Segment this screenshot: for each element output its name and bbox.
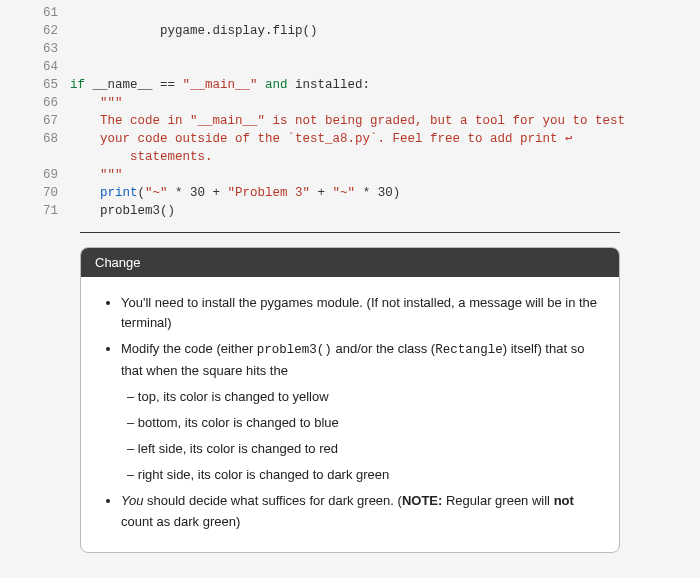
line-number: 66 — [0, 94, 70, 112]
note-mid: should decide what suffices for dark gre… — [143, 493, 401, 508]
sub-right: right side, its color is changed to dark… — [141, 465, 601, 485]
code-content: your code outside of the `test_a8.py`. F… — [70, 130, 700, 148]
bullet-modify: Modify the code (either problem3() and/o… — [121, 339, 601, 485]
code-content: statements. — [70, 148, 700, 166]
code-block: 6162 pygame.display.flip()636465if __nam… — [0, 0, 700, 228]
line-number: 68 — [0, 130, 70, 148]
code-content — [70, 40, 700, 58]
bullet-install-text: You'll need to install the pygames modul… — [121, 295, 597, 330]
panel-title: Change — [81, 248, 619, 277]
note-not: not — [554, 493, 574, 508]
bullet-note: You should decide what suffices for dark… — [121, 491, 601, 531]
code-line: 71 problem3() — [0, 202, 700, 220]
line-number: 65 — [0, 76, 70, 94]
code-line: statements. — [0, 148, 700, 166]
code-line: 68 your code outside of the `test_a8.py`… — [0, 130, 700, 148]
code-line: 69 """ — [0, 166, 700, 184]
sub-top: top, its color is changed to yellow — [141, 387, 601, 407]
note-you: You — [121, 493, 143, 508]
line-number: 64 — [0, 58, 70, 76]
line-number: 62 — [0, 22, 70, 40]
note-after: Regular green will — [442, 493, 553, 508]
sub-left: left side, its color is changed to red — [141, 439, 601, 459]
line-number: 61 — [0, 4, 70, 22]
code-content: if __name__ == "__main__" and installed: — [70, 76, 700, 94]
line-number: 71 — [0, 202, 70, 220]
change-panel: Change You'll need to install the pygame… — [80, 247, 620, 553]
sub-bottom: bottom, its color is changed to blue — [141, 413, 601, 433]
code-line: 67 The code in "__main__" is not being g… — [0, 112, 700, 130]
code-line: 66 """ — [0, 94, 700, 112]
code-content: pygame.display.flip() — [70, 22, 700, 40]
code-line: 61 — [0, 4, 700, 22]
code-content: The code in "__main__" is not being grad… — [70, 112, 700, 130]
code-content — [70, 58, 700, 76]
line-number: 70 — [0, 184, 70, 202]
line-number: 63 — [0, 40, 70, 58]
note-end: count as dark green) — [121, 514, 240, 529]
line-number: 67 — [0, 112, 70, 130]
line-number — [0, 148, 70, 166]
bullet-modify-pre: Modify the code (either — [121, 341, 257, 356]
code-line: 65if __name__ == "__main__" and installe… — [0, 76, 700, 94]
code-line: 63 — [0, 40, 700, 58]
code-content: """ — [70, 166, 700, 184]
code-line: 70 print("~" * 30 + "Problem 3" + "~" * … — [0, 184, 700, 202]
panel-body: You'll need to install the pygames modul… — [81, 277, 619, 552]
code-content: problem3() — [70, 202, 700, 220]
bullet-list: You'll need to install the pygames modul… — [99, 293, 601, 532]
note-label: NOTE: — [402, 493, 442, 508]
line-number: 69 — [0, 166, 70, 184]
code-line: 62 pygame.display.flip() — [0, 22, 700, 40]
bullet-modify-mid: and/or the class ( — [332, 341, 435, 356]
code-problem3: problem3() — [257, 343, 332, 357]
code-content — [70, 4, 700, 22]
code-content: """ — [70, 94, 700, 112]
divider — [80, 232, 620, 233]
bullet-install: You'll need to install the pygames modul… — [121, 293, 601, 333]
code-line: 64 — [0, 58, 700, 76]
code-content: print("~" * 30 + "Problem 3" + "~" * 30) — [70, 184, 700, 202]
code-rectangle: Rectangle — [435, 343, 503, 357]
sub-list: top, its color is changed to yellow bott… — [121, 387, 601, 486]
